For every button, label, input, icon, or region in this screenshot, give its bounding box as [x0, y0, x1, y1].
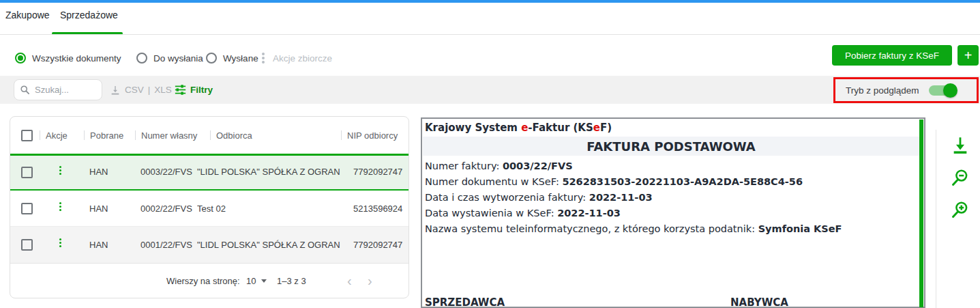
- radio-label[interactable]: Wysłane: [223, 53, 258, 64]
- invoice-fields: Numer faktury: 0003/22/FVS Numer dokumen…: [425, 158, 842, 237]
- sliders-icon: [175, 84, 186, 96]
- row-actions-menu-icon[interactable]: [59, 238, 61, 247]
- invoice-field: Nazwa systemu teleinformatycznego, z któ…: [425, 221, 842, 237]
- zoom-out-icon[interactable]: [951, 168, 970, 187]
- select-all-checkbox[interactable]: [21, 130, 33, 141]
- toggle-knob[interactable]: [943, 83, 957, 98]
- invoice-field: Numer faktury: 0003/22/FVS: [425, 158, 842, 174]
- icon-strip-divider: [936, 130, 936, 308]
- cell-odbiorca: Test 02: [197, 204, 348, 214]
- column-header-akcje[interactable]: Akcje: [46, 130, 68, 141]
- rows-per-page-value[interactable]: 10: [246, 276, 256, 286]
- bulk-actions-label: Akcje zbiorcze: [273, 53, 332, 64]
- cell-numer: 0001/22/FVS: [140, 240, 192, 250]
- row-checkbox[interactable]: [21, 203, 33, 214]
- search-icon: [20, 85, 30, 95]
- bulk-actions-button: Akcje zbiorcze: [262, 52, 332, 64]
- zoom-in-icon[interactable]: [951, 200, 970, 219]
- row-actions-menu-icon[interactable]: [59, 166, 61, 175]
- row-actions-menu-icon[interactable]: [59, 202, 61, 211]
- table-row[interactable]: HAN 0002/22/FVS Test 02 5213596924: [10, 191, 409, 227]
- cell-pobrane: HAN: [89, 240, 108, 250]
- export-buttons[interactable]: CSV | XLS: [110, 81, 172, 99]
- pagination-range: 1–3 z 3: [277, 276, 306, 286]
- column-header-pobrane[interactable]: Pobrane: [90, 130, 123, 141]
- fetch-invoices-button[interactable]: Pobierz faktury z KSeF: [832, 45, 952, 66]
- invoice-field: Data i czas wytworzenia faktury: 2022-11…: [425, 190, 842, 206]
- table-header: Akcje Pobrane Numer własny Odbiorca NIP …: [10, 117, 409, 154]
- radio-wszystkie-dokumenty[interactable]: Wszystkie dokumenty: [15, 52, 121, 64]
- cell-odbiorca: "LIDL POLSKA" SPÓŁKA Z OGRAN: [197, 167, 348, 177]
- filters-button[interactable]: Filtry: [175, 81, 213, 99]
- radio-icon[interactable]: [136, 53, 147, 64]
- pagination-bar: Wierszy na stronę: 10 1–3 z 3 ‹ ›: [10, 263, 409, 298]
- cell-pobrane: HAN: [89, 167, 108, 177]
- top-accent-bar: [0, 0, 980, 3]
- radio-label[interactable]: Do wysłania: [153, 53, 203, 64]
- export-csv-button[interactable]: CSV: [125, 85, 144, 95]
- tabs-divider: [0, 34, 980, 35]
- cell-odbiorca: "LIDL POLSKA" SPÓŁKA Z OGRAN: [197, 240, 348, 250]
- tab-sprzedazowe[interactable]: Sprzedażowe: [60, 10, 118, 20]
- download-icon: [110, 85, 121, 96]
- radio-label[interactable]: Wszystkie dokumenty: [32, 53, 121, 64]
- rows-per-page-select[interactable]: 10: [246, 276, 267, 286]
- preview-mode-label: Tryb z podglądem: [846, 85, 919, 96]
- tab-zakupowe[interactable]: Zakupowe: [5, 10, 50, 20]
- invoice-type-banner: FAKTURA PODSTAWOWA: [423, 137, 919, 156]
- dots-vertical-icon: [262, 53, 265, 64]
- search-input[interactable]: [35, 85, 93, 95]
- table-row[interactable]: HAN 0001/22/FVS "LIDL POLSKA" SPÓŁKA Z O…: [10, 227, 409, 263]
- preview-scrollbar[interactable]: [919, 120, 923, 307]
- export-xls-button[interactable]: XLS: [154, 85, 172, 95]
- invoices-page: Zakupowe Sprzedażowe Wszystkie dokumenty…: [0, 0, 980, 308]
- radio-do-wyslania[interactable]: Do wysłania: [136, 52, 203, 64]
- cell-nip: 5213596924: [353, 204, 402, 214]
- buyer-heading: NABYWCA: [730, 296, 788, 308]
- preview-title: Krajowy System e-Faktur (KSeF): [425, 122, 612, 134]
- preview-mode-control[interactable]: Tryb z podglądem: [846, 80, 956, 100]
- filters-label[interactable]: Filtry: [190, 85, 213, 95]
- next-page-button[interactable]: ›: [368, 276, 372, 285]
- download-invoice-icon[interactable]: [951, 136, 970, 155]
- invoice-preview-panel: Krajowy System e-Faktur (KSeF) FAKTURA P…: [421, 117, 925, 308]
- radio-wyslane[interactable]: Wysłane: [206, 52, 258, 64]
- add-invoice-button[interactable]: +: [957, 45, 979, 66]
- invoice-field: Numer dokumentu w KSeF: 5262831503-20221…: [425, 174, 842, 190]
- preview-mode-toggle[interactable]: [929, 85, 956, 96]
- radio-icon[interactable]: [206, 53, 217, 64]
- column-header-numer-wlasny[interactable]: Numer własny: [141, 130, 197, 141]
- table-row[interactable]: HAN 0003/22/FVS "LIDL POLSKA" SPÓŁKA Z O…: [10, 154, 409, 191]
- cell-numer: 0002/22/FVS: [140, 204, 192, 214]
- rows-per-page-label: Wierszy na stronę:: [166, 276, 240, 286]
- radio-selected-icon[interactable]: [15, 53, 26, 64]
- cell-nip: 7792092747: [353, 167, 402, 177]
- chevron-down-icon: [261, 279, 267, 283]
- cell-nip: 7792092747: [353, 240, 402, 250]
- invoices-table: Akcje Pobrane Numer własny Odbiorca NIP …: [10, 116, 409, 298]
- column-header-nip-odbiorcy[interactable]: NIP odbiorcy: [347, 130, 398, 141]
- previous-page-button[interactable]: ‹: [347, 276, 352, 285]
- search-box[interactable]: [14, 79, 102, 100]
- invoice-field: Data wystawienia w KSeF: 2022-11-03: [425, 206, 842, 221]
- row-checkbox[interactable]: [21, 239, 33, 251]
- cell-numer: 0003/22/FVS: [140, 167, 192, 177]
- cell-pobrane: HAN: [89, 204, 108, 214]
- seller-heading: SPRZEDAWCA: [425, 296, 505, 308]
- row-checkbox[interactable]: [21, 167, 33, 178]
- column-header-odbiorca[interactable]: Odbiorca: [216, 130, 252, 141]
- export-separator: |: [148, 85, 151, 95]
